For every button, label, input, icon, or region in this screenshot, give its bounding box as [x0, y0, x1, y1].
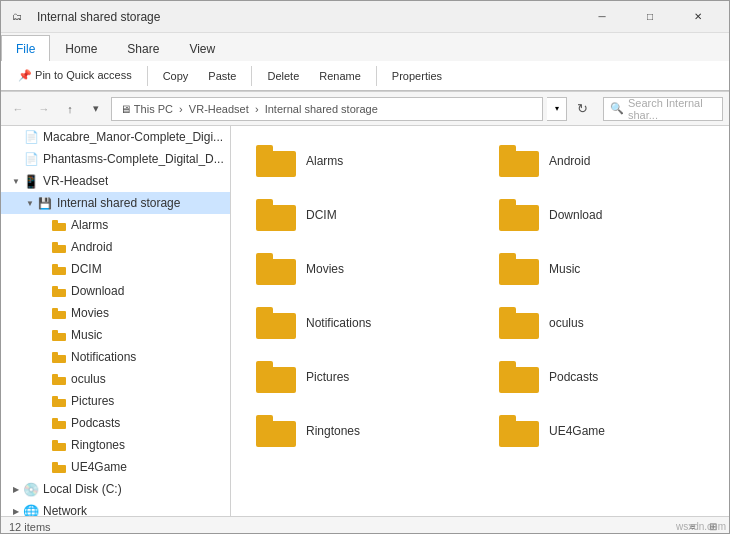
sidebar-label-music: Music: [71, 328, 102, 342]
properties-button[interactable]: Properties: [383, 66, 451, 86]
search-box[interactable]: 🔍 Search Internal shar...: [603, 97, 723, 121]
folder-icon-music: [51, 327, 67, 343]
sidebar-item-pictures[interactable]: Pictures: [1, 390, 230, 412]
folder-item-notifications[interactable]: Notifications: [247, 300, 470, 346]
maximize-button[interactable]: □: [627, 1, 673, 33]
folder-item-music[interactable]: Music: [490, 246, 713, 292]
sidebar-item-oculus[interactable]: oculus: [1, 368, 230, 390]
sidebar-item-ue4game[interactable]: UE4Game: [1, 456, 230, 478]
sidebar-item-podcasts[interactable]: Podcasts: [1, 412, 230, 434]
up-button[interactable]: ↑: [59, 98, 81, 120]
sidebar-label-file2: Phantasms-Complete_Digital_D...: [43, 152, 224, 166]
hdd-icon: 💿: [23, 481, 39, 497]
sidebar-label-alarms: Alarms: [71, 218, 108, 232]
device-icon: 📱: [23, 173, 39, 189]
folder-item-podcasts[interactable]: Podcasts: [490, 354, 713, 400]
close-button[interactable]: ✕: [675, 1, 721, 33]
folder-item-oculus[interactable]: oculus: [490, 300, 713, 346]
folder-icon-dcim: [51, 261, 67, 277]
address-bar: ← → ↑ ▾ 🖥 This PC › VR-Headset › Interna…: [1, 92, 729, 126]
sidebar-item-dcim[interactable]: DCIM: [1, 258, 230, 280]
folder-item-ringtones[interactable]: Ringtones: [247, 408, 470, 454]
folder-large-icon-podcasts: [499, 361, 539, 393]
view-tiles-icon[interactable]: ⊞: [705, 519, 721, 535]
view-details-icon[interactable]: ≡: [685, 519, 701, 535]
sidebar-label-oculus: oculus: [71, 372, 106, 386]
expand-localc: ▶: [9, 482, 23, 496]
sidebar-label-internal: Internal shared storage: [57, 196, 180, 210]
sidebar-item-file1[interactable]: 📄 Macabre_Manor-Complete_Digi...: [1, 126, 230, 148]
sidebar-item-alarms[interactable]: Alarms: [1, 214, 230, 236]
folder-item-movies[interactable]: Movies: [247, 246, 470, 292]
main-layout: 📄 Macabre_Manor-Complete_Digi... 📄 Phant…: [1, 126, 729, 516]
folder-name-podcasts: Podcasts: [549, 370, 598, 384]
storage-icon: 💾: [37, 195, 53, 211]
forward-button[interactable]: →: [33, 98, 55, 120]
expand-icon: [9, 130, 23, 144]
sidebar-item-movies[interactable]: Movies: [1, 302, 230, 324]
sidebar-item-localc[interactable]: ▶ 💿 Local Disk (C:): [1, 478, 230, 500]
folder-grid: Alarms Android DCIM Download Movies Musi…: [247, 138, 713, 454]
sidebar-item-network[interactable]: ▶ 🌐 Network: [1, 500, 230, 516]
window-icon: 🗂: [9, 9, 25, 25]
sidebar-item-file2[interactable]: 📄 Phantasms-Complete_Digital_D...: [1, 148, 230, 170]
ribbon: File Home Share View 📌 Pin to Quick acce…: [1, 33, 729, 92]
sidebar-label-file1: Macabre_Manor-Complete_Digi...: [43, 130, 223, 144]
folder-icon-android: [51, 239, 67, 255]
folder-name-download: Download: [549, 208, 602, 222]
folder-item-android[interactable]: Android: [490, 138, 713, 184]
minimize-button[interactable]: ─: [579, 1, 625, 33]
folder-item-dcim[interactable]: DCIM: [247, 192, 470, 238]
folder-name-android: Android: [549, 154, 590, 168]
folder-name-alarms: Alarms: [306, 154, 343, 168]
tab-file[interactable]: File: [1, 35, 50, 61]
folder-icon-oculus: [51, 371, 67, 387]
folder-icon-movies: [51, 305, 67, 321]
sidebar-item-music[interactable]: Music: [1, 324, 230, 346]
address-input[interactable]: 🖥 This PC › VR-Headset › Internal shared…: [111, 97, 543, 121]
sidebar-label-dcim: DCIM: [71, 262, 102, 276]
folder-icon-ringtones: [51, 437, 67, 453]
expand-dcim: [37, 262, 51, 276]
folder-name-music: Music: [549, 262, 580, 276]
expand-ringtones: [37, 438, 51, 452]
sidebar-label-notifications: Notifications: [71, 350, 136, 364]
folder-large-icon-alarms: [256, 145, 296, 177]
address-dropdown-button[interactable]: ▾: [547, 97, 567, 121]
sidebar-label-network: Network: [43, 504, 87, 516]
folder-name-movies: Movies: [306, 262, 344, 276]
tab-view[interactable]: View: [174, 35, 230, 61]
sidebar-item-android[interactable]: Android: [1, 236, 230, 258]
sidebar-item-ringtones[interactable]: Ringtones: [1, 434, 230, 456]
tab-share[interactable]: Share: [112, 35, 174, 61]
sidebar-item-vrheadset[interactable]: ▼ 📱 VR-Headset: [1, 170, 230, 192]
folder-icon-download: [51, 283, 67, 299]
folder-item-pictures[interactable]: Pictures: [247, 354, 470, 400]
expand-icon: [9, 152, 23, 166]
tab-home[interactable]: Home: [50, 35, 112, 61]
rename-button[interactable]: Rename: [310, 66, 370, 86]
back-button[interactable]: ←: [7, 98, 29, 120]
sidebar-item-notifications[interactable]: Notifications: [1, 346, 230, 368]
copy-button[interactable]: Copy: [154, 66, 198, 86]
title-bar: 🗂 Internal shared storage ─ □ ✕: [1, 1, 729, 33]
sidebar-item-download[interactable]: Download: [1, 280, 230, 302]
folder-item-alarms[interactable]: Alarms: [247, 138, 470, 184]
folder-name-oculus: oculus: [549, 316, 584, 330]
folder-icon-alarms: [51, 217, 67, 233]
sidebar-label-localc: Local Disk (C:): [43, 482, 122, 496]
paste-button[interactable]: Paste: [199, 66, 245, 86]
sidebar-item-internal[interactable]: ▼ 💾 Internal shared storage: [1, 192, 230, 214]
delete-button[interactable]: Delete: [258, 66, 308, 86]
expand-icon-internal: ▼: [23, 196, 37, 210]
ribbon-content: 📌 Pin to Quick access Copy Paste Delete …: [1, 61, 729, 91]
folder-item-download[interactable]: Download: [490, 192, 713, 238]
recent-locations-button[interactable]: ▾: [85, 98, 107, 120]
pin-to-quick-access-button[interactable]: 📌 Pin to Quick access: [9, 65, 141, 86]
status-item-count: 12 items: [9, 521, 51, 533]
title-bar-icons: 🗂: [9, 9, 25, 25]
folder-item-ue4game[interactable]: UE4Game: [490, 408, 713, 454]
refresh-button[interactable]: ↻: [571, 98, 593, 120]
expand-ue4game: [37, 460, 51, 474]
folder-name-ringtones: Ringtones: [306, 424, 360, 438]
